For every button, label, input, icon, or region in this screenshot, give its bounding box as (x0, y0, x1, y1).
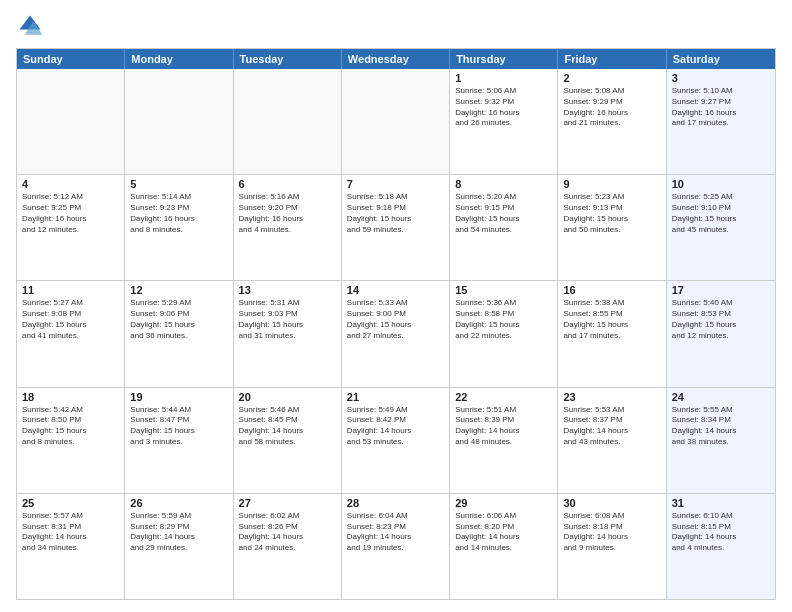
day-number: 14 (347, 284, 444, 296)
day-info: Sunrise: 5:23 AMSunset: 9:13 PMDaylight:… (563, 192, 660, 235)
day-number: 11 (22, 284, 119, 296)
day-number: 3 (672, 72, 770, 84)
day-number: 23 (563, 391, 660, 403)
day-number: 26 (130, 497, 227, 509)
day-info: Sunrise: 6:06 AMSunset: 8:20 PMDaylight:… (455, 511, 552, 554)
calendar-cell-1-1: 5Sunrise: 5:14 AMSunset: 9:23 PMDaylight… (125, 175, 233, 280)
calendar-cell-4-2: 27Sunrise: 6:02 AMSunset: 8:26 PMDayligh… (234, 494, 342, 599)
calendar-cell-4-6: 31Sunrise: 6:10 AMSunset: 8:15 PMDayligh… (667, 494, 775, 599)
day-number: 21 (347, 391, 444, 403)
calendar-cell-4-4: 29Sunrise: 6:06 AMSunset: 8:20 PMDayligh… (450, 494, 558, 599)
day-info: Sunrise: 5:31 AMSunset: 9:03 PMDaylight:… (239, 298, 336, 341)
day-info: Sunrise: 5:08 AMSunset: 9:29 PMDaylight:… (563, 86, 660, 129)
day-number: 1 (455, 72, 552, 84)
day-info: Sunrise: 5:38 AMSunset: 8:55 PMDaylight:… (563, 298, 660, 341)
day-number: 8 (455, 178, 552, 190)
day-number: 20 (239, 391, 336, 403)
day-number: 10 (672, 178, 770, 190)
calendar-cell-4-1: 26Sunrise: 5:59 AMSunset: 8:29 PMDayligh… (125, 494, 233, 599)
page: SundayMondayTuesdayWednesdayThursdayFrid… (0, 0, 792, 612)
header-cell-tuesday: Tuesday (234, 49, 342, 69)
calendar-cell-2-6: 17Sunrise: 5:40 AMSunset: 8:53 PMDayligh… (667, 281, 775, 386)
day-info: Sunrise: 5:29 AMSunset: 9:06 PMDaylight:… (130, 298, 227, 341)
day-number: 15 (455, 284, 552, 296)
day-info: Sunrise: 5:12 AMSunset: 9:25 PMDaylight:… (22, 192, 119, 235)
calendar-cell-1-2: 6Sunrise: 5:16 AMSunset: 9:20 PMDaylight… (234, 175, 342, 280)
header (16, 12, 776, 40)
day-info: Sunrise: 5:33 AMSunset: 9:00 PMDaylight:… (347, 298, 444, 341)
calendar-cell-4-0: 25Sunrise: 5:57 AMSunset: 8:31 PMDayligh… (17, 494, 125, 599)
day-info: Sunrise: 5:44 AMSunset: 8:47 PMDaylight:… (130, 405, 227, 448)
day-info: Sunrise: 6:10 AMSunset: 8:15 PMDaylight:… (672, 511, 770, 554)
day-number: 2 (563, 72, 660, 84)
day-number: 7 (347, 178, 444, 190)
day-info: Sunrise: 5:53 AMSunset: 8:37 PMDaylight:… (563, 405, 660, 448)
day-info: Sunrise: 5:40 AMSunset: 8:53 PMDaylight:… (672, 298, 770, 341)
day-number: 9 (563, 178, 660, 190)
calendar-cell-0-3 (342, 69, 450, 174)
day-number: 30 (563, 497, 660, 509)
day-number: 31 (672, 497, 770, 509)
calendar-cell-0-1 (125, 69, 233, 174)
day-info: Sunrise: 5:10 AMSunset: 9:27 PMDaylight:… (672, 86, 770, 129)
calendar-cell-0-5: 2Sunrise: 5:08 AMSunset: 9:29 PMDaylight… (558, 69, 666, 174)
calendar-row-0: 1Sunrise: 5:06 AMSunset: 9:32 PMDaylight… (17, 69, 775, 174)
day-info: Sunrise: 5:59 AMSunset: 8:29 PMDaylight:… (130, 511, 227, 554)
calendar: SundayMondayTuesdayWednesdayThursdayFrid… (16, 48, 776, 600)
day-number: 17 (672, 284, 770, 296)
day-number: 25 (22, 497, 119, 509)
calendar-row-1: 4Sunrise: 5:12 AMSunset: 9:25 PMDaylight… (17, 174, 775, 280)
day-info: Sunrise: 5:51 AMSunset: 8:39 PMDaylight:… (455, 405, 552, 448)
calendar-row-3: 18Sunrise: 5:42 AMSunset: 8:50 PMDayligh… (17, 387, 775, 493)
calendar-cell-0-4: 1Sunrise: 5:06 AMSunset: 9:32 PMDaylight… (450, 69, 558, 174)
calendar-cell-3-4: 22Sunrise: 5:51 AMSunset: 8:39 PMDayligh… (450, 388, 558, 493)
day-info: Sunrise: 5:42 AMSunset: 8:50 PMDaylight:… (22, 405, 119, 448)
logo (16, 12, 48, 40)
calendar-body: 1Sunrise: 5:06 AMSunset: 9:32 PMDaylight… (17, 69, 775, 599)
day-info: Sunrise: 5:55 AMSunset: 8:34 PMDaylight:… (672, 405, 770, 448)
day-number: 19 (130, 391, 227, 403)
day-number: 6 (239, 178, 336, 190)
day-info: Sunrise: 5:16 AMSunset: 9:20 PMDaylight:… (239, 192, 336, 235)
calendar-cell-4-5: 30Sunrise: 6:08 AMSunset: 8:18 PMDayligh… (558, 494, 666, 599)
header-cell-wednesday: Wednesday (342, 49, 450, 69)
calendar-cell-2-4: 15Sunrise: 5:36 AMSunset: 8:58 PMDayligh… (450, 281, 558, 386)
calendar-cell-2-1: 12Sunrise: 5:29 AMSunset: 9:06 PMDayligh… (125, 281, 233, 386)
day-info: Sunrise: 5:20 AMSunset: 9:15 PMDaylight:… (455, 192, 552, 235)
day-number: 27 (239, 497, 336, 509)
header-cell-friday: Friday (558, 49, 666, 69)
day-number: 24 (672, 391, 770, 403)
calendar-cell-3-6: 24Sunrise: 5:55 AMSunset: 8:34 PMDayligh… (667, 388, 775, 493)
calendar-cell-2-5: 16Sunrise: 5:38 AMSunset: 8:55 PMDayligh… (558, 281, 666, 386)
calendar-cell-0-0 (17, 69, 125, 174)
calendar-cell-1-5: 9Sunrise: 5:23 AMSunset: 9:13 PMDaylight… (558, 175, 666, 280)
calendar-cell-3-0: 18Sunrise: 5:42 AMSunset: 8:50 PMDayligh… (17, 388, 125, 493)
header-cell-thursday: Thursday (450, 49, 558, 69)
calendar-cell-2-2: 13Sunrise: 5:31 AMSunset: 9:03 PMDayligh… (234, 281, 342, 386)
calendar-cell-2-0: 11Sunrise: 5:27 AMSunset: 9:08 PMDayligh… (17, 281, 125, 386)
day-info: Sunrise: 5:25 AMSunset: 9:10 PMDaylight:… (672, 192, 770, 235)
day-info: Sunrise: 6:02 AMSunset: 8:26 PMDaylight:… (239, 511, 336, 554)
logo-icon (16, 12, 44, 40)
day-number: 12 (130, 284, 227, 296)
day-number: 18 (22, 391, 119, 403)
day-number: 16 (563, 284, 660, 296)
calendar-cell-1-0: 4Sunrise: 5:12 AMSunset: 9:25 PMDaylight… (17, 175, 125, 280)
day-info: Sunrise: 6:08 AMSunset: 8:18 PMDaylight:… (563, 511, 660, 554)
day-info: Sunrise: 5:49 AMSunset: 8:42 PMDaylight:… (347, 405, 444, 448)
calendar-row-2: 11Sunrise: 5:27 AMSunset: 9:08 PMDayligh… (17, 280, 775, 386)
day-number: 22 (455, 391, 552, 403)
day-info: Sunrise: 6:04 AMSunset: 8:23 PMDaylight:… (347, 511, 444, 554)
day-info: Sunrise: 5:57 AMSunset: 8:31 PMDaylight:… (22, 511, 119, 554)
calendar-cell-4-3: 28Sunrise: 6:04 AMSunset: 8:23 PMDayligh… (342, 494, 450, 599)
calendar-cell-3-5: 23Sunrise: 5:53 AMSunset: 8:37 PMDayligh… (558, 388, 666, 493)
day-number: 13 (239, 284, 336, 296)
calendar-cell-0-2 (234, 69, 342, 174)
calendar-row-4: 25Sunrise: 5:57 AMSunset: 8:31 PMDayligh… (17, 493, 775, 599)
header-cell-monday: Monday (125, 49, 233, 69)
calendar-cell-3-3: 21Sunrise: 5:49 AMSunset: 8:42 PMDayligh… (342, 388, 450, 493)
header-cell-saturday: Saturday (667, 49, 775, 69)
day-info: Sunrise: 5:18 AMSunset: 9:18 PMDaylight:… (347, 192, 444, 235)
calendar-header: SundayMondayTuesdayWednesdayThursdayFrid… (17, 49, 775, 69)
header-cell-sunday: Sunday (17, 49, 125, 69)
